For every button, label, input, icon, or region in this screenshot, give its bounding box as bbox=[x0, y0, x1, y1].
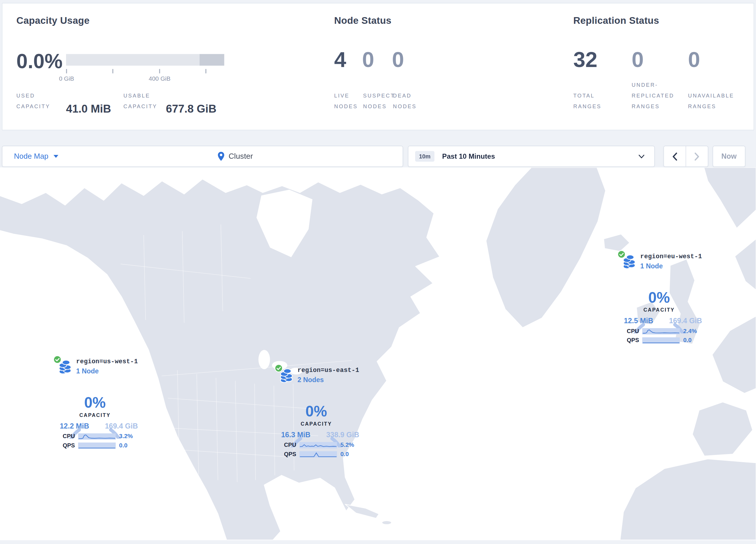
suspect-nodes-label: SUSPECT NODES bbox=[363, 90, 395, 111]
unavailable-ranges-label: UNAVAILABLE RANGES bbox=[688, 90, 734, 111]
capacity-values: 12.2 MiB 169.4 GiB bbox=[60, 422, 138, 430]
used-capacity-value: 41.0 MiB bbox=[66, 102, 111, 115]
node-count-link[interactable]: 1 Node bbox=[640, 262, 663, 270]
capacity-axis-tick bbox=[112, 69, 113, 73]
capacity-axis-tick bbox=[66, 69, 67, 73]
capacity-bar-reserved-segment bbox=[200, 54, 224, 66]
total-ranges-label: TOTAL RANGES bbox=[573, 90, 601, 111]
unavailable-ranges-count: 0 bbox=[688, 48, 700, 72]
time-step-controls bbox=[664, 146, 708, 167]
database-icon bbox=[280, 368, 292, 383]
chevron-down-icon bbox=[638, 154, 645, 159]
capacity-values: 16.3 MiB 338.9 GiB bbox=[281, 431, 359, 439]
capacity-gauge-label: CAPACITY bbox=[274, 421, 358, 427]
region-marker-eu-west-1[interactable]: region=eu-west-1 1 Node 0% CAPACITY 12.5… bbox=[617, 250, 704, 347]
used-value: 12.2 MiB bbox=[60, 422, 89, 430]
caret-down-icon bbox=[53, 155, 58, 158]
database-icon bbox=[623, 254, 635, 269]
cpu-label: CPU bbox=[284, 442, 299, 448]
node-map-page: Capacity Usage 0.0% 0 GiB 400 GiB USED C… bbox=[0, 0, 756, 544]
total-ranges-count: 32 bbox=[573, 48, 597, 72]
world-map[interactable]: region=us-west-1 1 Node 0% CAPACITY 12.2… bbox=[0, 167, 756, 540]
used-capacity-label: USED CAPACITY bbox=[17, 90, 50, 111]
cpu-value: 5.2% bbox=[340, 442, 354, 448]
cluster-summary-bar: Capacity Usage 0.0% 0 GiB 400 GiB USED C… bbox=[2, 3, 754, 130]
qps-metric-row: QPS 0.0 bbox=[63, 442, 136, 449]
region-label: region=us-east-1 bbox=[297, 367, 359, 374]
dead-nodes-label: DEAD NODES bbox=[393, 90, 417, 111]
qps-label: QPS bbox=[627, 337, 642, 344]
breadcrumb[interactable]: Cluster bbox=[217, 146, 253, 166]
breadcrumb-label: Cluster bbox=[228, 152, 253, 161]
suspect-nodes-count: 0 bbox=[362, 48, 374, 72]
replication-status-title: Replication Status bbox=[573, 15, 659, 26]
time-step-back-button[interactable] bbox=[664, 146, 686, 166]
qps-metric-row: QPS 0.0 bbox=[284, 451, 357, 458]
time-range-selector[interactable]: 10m Past 10 Minutes bbox=[408, 146, 655, 167]
capacity-axis-label: 400 GiB bbox=[140, 75, 179, 82]
capacity-percent: 0.0% bbox=[17, 50, 63, 73]
capacity-gauge-percent: 0% bbox=[274, 403, 358, 420]
qps-metric-row: QPS 0.0 bbox=[627, 337, 700, 344]
world-map-land bbox=[0, 167, 756, 540]
chevron-right-icon bbox=[694, 152, 699, 160]
live-nodes-count: 4 bbox=[334, 48, 346, 72]
qps-value: 0.0 bbox=[683, 337, 692, 344]
cpu-label: CPU bbox=[63, 433, 78, 440]
view-breadcrumb-bar: Node Map Cluster bbox=[2, 146, 403, 167]
total-value: 338.9 GiB bbox=[326, 431, 359, 439]
total-value: 169.4 GiB bbox=[105, 422, 138, 430]
node-count-link[interactable]: 1 Node bbox=[76, 367, 99, 375]
qps-sparkline bbox=[642, 337, 680, 344]
capacity-values: 12.5 MiB 169.4 GiB bbox=[624, 317, 702, 325]
qps-sparkline bbox=[299, 451, 337, 457]
region-marker-us-east-1[interactable]: region=us-east-1 2 Nodes 0% CAPACITY 16.… bbox=[274, 364, 361, 460]
qps-sparkline bbox=[78, 442, 116, 449]
now-button[interactable]: Now bbox=[713, 146, 745, 167]
cpu-metric-row: CPU 2.4% bbox=[627, 328, 700, 334]
usable-capacity-value: 677.8 GiB bbox=[166, 102, 216, 115]
node-status-title: Node Status bbox=[334, 15, 392, 26]
qps-label: QPS bbox=[284, 451, 299, 458]
chevron-left-icon bbox=[672, 152, 677, 160]
capacity-usage-title: Capacity Usage bbox=[17, 15, 90, 26]
cpu-value: 2.4% bbox=[683, 328, 697, 334]
qps-value: 0.0 bbox=[340, 451, 349, 458]
view-selector-label: Node Map bbox=[14, 152, 48, 161]
qps-label: QPS bbox=[63, 442, 78, 449]
node-count-link[interactable]: 2 Nodes bbox=[297, 376, 324, 384]
cpu-value: 3.2% bbox=[119, 433, 133, 440]
total-value: 169.4 GiB bbox=[669, 317, 702, 325]
under-replicated-ranges-count: 0 bbox=[632, 48, 644, 72]
used-value: 16.3 MiB bbox=[281, 431, 310, 439]
cpu-sparkline bbox=[299, 442, 337, 448]
cpu-sparkline bbox=[78, 433, 116, 440]
cpu-label: CPU bbox=[627, 328, 642, 334]
cpu-metric-row: CPU 5.2% bbox=[284, 442, 357, 448]
capacity-gauge-label: CAPACITY bbox=[617, 307, 701, 313]
region-label: region=eu-west-1 bbox=[640, 253, 702, 260]
capacity-gauge-percent: 0% bbox=[53, 394, 137, 412]
capacity-axis-label: 0 GiB bbox=[47, 75, 86, 82]
database-icon bbox=[59, 359, 71, 374]
map-pin-icon bbox=[217, 151, 225, 161]
region-label: region=us-west-1 bbox=[76, 358, 138, 365]
used-value: 12.5 MiB bbox=[624, 317, 653, 325]
capacity-bar: 0 GiB 400 GiB bbox=[66, 54, 224, 66]
time-range-label: Past 10 Minutes bbox=[442, 153, 495, 160]
cpu-metric-row: CPU 3.2% bbox=[63, 433, 136, 440]
capacity-gauge-label: CAPACITY bbox=[53, 412, 137, 418]
capacity-axis-tick bbox=[159, 69, 160, 73]
dead-nodes-count: 0 bbox=[392, 48, 404, 72]
live-nodes-label: LIVE NODES bbox=[334, 90, 358, 111]
capacity-axis-tick bbox=[206, 69, 206, 73]
usable-capacity-label: USABLE CAPACITY bbox=[123, 90, 157, 111]
under-replicated-ranges-label: UNDER- REPLICATED RANGES bbox=[632, 79, 674, 111]
cpu-sparkline bbox=[642, 328, 680, 334]
time-step-forward-button[interactable] bbox=[686, 146, 708, 166]
time-range-badge: 10m bbox=[415, 151, 435, 162]
qps-value: 0.0 bbox=[119, 442, 128, 449]
capacity-gauge-percent: 0% bbox=[617, 289, 701, 307]
region-marker-us-west-1[interactable]: region=us-west-1 1 Node 0% CAPACITY 12.2… bbox=[53, 355, 140, 452]
view-selector-dropdown[interactable]: Node Map bbox=[14, 146, 58, 166]
